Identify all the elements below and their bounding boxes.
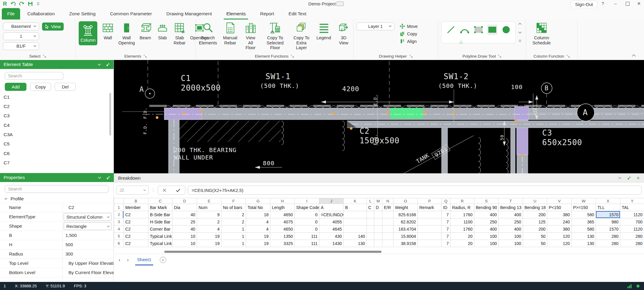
sheet-tab-sheet1[interactable]: Sheet1 [135, 255, 153, 265]
cell-T1[interactable]: Bending 13 [499, 204, 523, 211]
cell-I5[interactable]: 111 [295, 233, 319, 240]
cell-K1[interactable]: B [344, 204, 367, 211]
cell-O5[interactable]: 15.8004 [393, 233, 418, 240]
row-header-6[interactable]: 6 [114, 240, 124, 247]
cell-Q3[interactable]: 7 [442, 218, 451, 226]
ribbon-button-copy-to-selected-floor[interactable]: Copy To Selected Floor [264, 21, 286, 50]
cell-S1[interactable]: Bending 90 [474, 204, 499, 211]
column-header-G[interactable]: G [246, 198, 270, 204]
ribbon-button-view-all-floor[interactable]: View All Floor [243, 21, 258, 50]
cell-C4[interactable]: Corner Bar [148, 226, 172, 233]
cell-X3[interactable]: 980 [596, 218, 620, 226]
cell-B2[interactable]: C2 [124, 211, 148, 218]
cell-J2[interactable]: =CEILING(X2+75 [319, 211, 344, 218]
cell-H5[interactable]: 1350 [270, 233, 295, 240]
cell-U3[interactable]: 125 [523, 218, 547, 226]
tab-elements[interactable]: Elements [219, 8, 253, 19]
performance-chart-icon[interactable] [627, 284, 632, 288]
column-header-D[interactable]: D [172, 198, 197, 204]
cell-J3[interactable]: 4055 [319, 218, 344, 226]
ribbon-button-beam[interactable]: Beam [139, 21, 152, 40]
cell-O1[interactable]: Weight [393, 204, 418, 211]
cell-R4[interactable]: 1760 [451, 226, 474, 233]
tab-collaboration[interactable]: Collaboration [20, 8, 62, 19]
cell-I2[interactable]: 0 [295, 211, 319, 218]
cell-N6[interactable] [382, 240, 393, 247]
cell-J5[interactable]: 430 [319, 233, 344, 240]
scroll-up-icon[interactable] [518, 22, 522, 25]
cell-F6[interactable]: 1 [221, 240, 246, 247]
cell-Q1[interactable]: ID [442, 204, 451, 211]
quick-access-dropdown-icon[interactable] [36, 2, 40, 6]
cell-Q4[interactable]: 7 [442, 226, 451, 233]
cell-O2[interactable]: 825.6168 [393, 211, 418, 218]
cell-R5[interactable]: 20 [451, 233, 474, 240]
layer-dropdown[interactable]: Layer 1 [357, 22, 394, 30]
cell-J1[interactable]: A [319, 204, 344, 211]
cell-U4[interactable]: 200 [523, 226, 547, 233]
ribbon-button-copy-to-extra-layer[interactable]: Copy To Extra Layer [292, 21, 310, 50]
cell-C5[interactable]: Typical Link [148, 233, 172, 240]
property-value-bottom-level[interactable]: By Current Floor Elevation [68, 270, 114, 275]
cell-G4[interactable]: 4 [246, 226, 270, 233]
cell-W5[interactable]: 130 [572, 233, 596, 240]
dialog-launcher-icon[interactable] [144, 55, 147, 58]
drawing-canvas[interactable]: C1 2000x500 SW1-1 (500 THK.) 4200 SW1-2 … [114, 60, 644, 173]
column-header-N[interactable]: N [382, 198, 393, 204]
cell-D3[interactable]: 25 [172, 218, 197, 226]
cell-T2[interactable]: 400 [499, 211, 523, 218]
tab-drawing-management[interactable]: Drawing Management [159, 8, 219, 19]
sheet-corner[interactable] [114, 198, 124, 204]
cell-Y2[interactable]: 1120 [620, 211, 644, 218]
view-button[interactable]: View [42, 22, 64, 31]
cell-Y6[interactable]: 280 [620, 240, 644, 247]
cell-V2[interactable]: 380 [547, 211, 572, 218]
cell-O3[interactable]: 62.8202 [393, 218, 418, 226]
cell-N5[interactable] [382, 233, 393, 240]
cell-U1[interactable]: Bending 18 [523, 204, 547, 211]
cell-S5[interactable]: 100 [474, 233, 499, 240]
cell-L4[interactable] [367, 226, 374, 233]
cell-X4[interactable]: 1570 [596, 226, 620, 233]
cell-M2[interactable] [374, 211, 382, 218]
ribbon-button-wall[interactable]: Wall [101, 21, 114, 40]
cell-U6[interactable]: 50 [523, 240, 547, 247]
row-header-4[interactable]: 4 [114, 226, 124, 233]
confirm-entry-icon[interactable] [176, 188, 181, 192]
cell-H6[interactable]: 3325 [270, 240, 295, 247]
property-value-h[interactable]: 500 [65, 242, 73, 247]
floor-dropdown[interactable]: B1/F [3, 42, 39, 50]
properties-search-input[interactable] [5, 185, 108, 193]
cancel-entry-icon[interactable] [163, 188, 166, 192]
cell-S6[interactable]: 100 [474, 240, 499, 247]
cell-Y5[interactable]: 280 [620, 233, 644, 240]
arc-tool[interactable] [460, 25, 470, 35]
tab-zone-setting[interactable]: Zone Setting [62, 8, 103, 19]
cell-D6[interactable]: 10 [172, 240, 197, 247]
cell-G5[interactable]: 19 [246, 233, 270, 240]
ribbon-button-slab-rebar[interactable]: Slab Rebar [173, 21, 186, 45]
cell-K2[interactable] [344, 211, 367, 218]
cell-I3[interactable]: 0 [295, 218, 319, 226]
cell-J6[interactable]: 1430 [319, 240, 344, 247]
element-list-item[interactable]: C5 [4, 141, 10, 147]
cell-L5[interactable] [367, 233, 374, 240]
cell-E1[interactable]: Num [197, 204, 221, 211]
cell-U2[interactable]: 200 [523, 211, 547, 218]
cell-G1[interactable]: Total No [246, 204, 270, 211]
column-header-Q[interactable]: Q [442, 198, 451, 204]
selected-wall-segment[interactable] [390, 108, 423, 119]
cell-X1[interactable]: TLL [596, 204, 620, 211]
collapse-panel-icon[interactable] [98, 176, 102, 179]
cell-R3[interactable]: 1100 [451, 218, 474, 226]
cell-F4[interactable]: 1 [221, 226, 246, 233]
cell-F2[interactable]: 2 [221, 211, 246, 218]
cell-X6[interactable]: 280 [596, 240, 620, 247]
property-value-radius[interactable]: 300 [65, 251, 73, 256]
cell-G3[interactable]: 4 [246, 218, 270, 226]
save-icon[interactable] [28, 1, 33, 6]
column-header-L[interactable]: L [367, 198, 374, 204]
line-tool[interactable] [446, 25, 456, 35]
element-list-item[interactable]: C1 [4, 94, 10, 100]
dialog-launcher-icon[interactable] [291, 55, 294, 58]
